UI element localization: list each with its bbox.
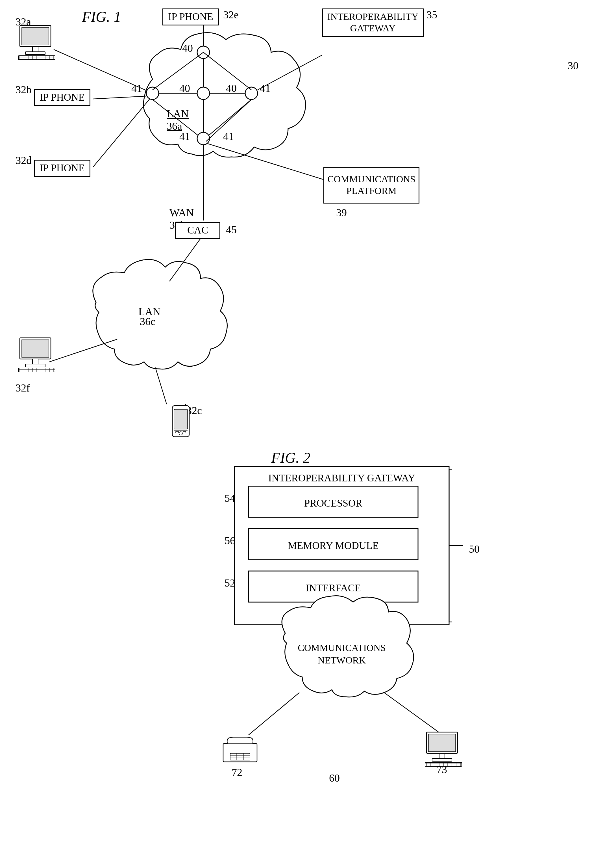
label-35: 35	[426, 9, 437, 21]
wan-37b-text: WAN	[169, 207, 194, 219]
node-left	[146, 87, 159, 100]
svg-rect-71	[428, 734, 456, 752]
svg-rect-65	[230, 753, 250, 760]
label-40-ur: 40	[226, 82, 237, 94]
label-41-ul: 41	[131, 82, 142, 94]
node-top	[197, 46, 209, 59]
svg-line-17	[50, 339, 117, 362]
svg-rect-61	[183, 431, 186, 433]
fig2-interface-text: INTERFACE	[249, 573, 418, 604]
svg-line-13	[93, 99, 150, 167]
label-32e: 32e	[223, 9, 239, 21]
label-72: 72	[232, 766, 242, 778]
fig2-processor-text: PROCESSOR	[249, 488, 418, 519]
fig2-title: FIG. 2	[271, 449, 310, 466]
label-54: 54	[224, 492, 235, 504]
telephone-72	[222, 735, 258, 767]
svg-rect-60	[176, 431, 179, 433]
node-bottom	[197, 132, 209, 145]
computer-32a	[15, 24, 58, 62]
svg-rect-73	[432, 758, 452, 761]
box-ip-phone-32e: IP PHONE	[163, 9, 219, 26]
fig2-gateway-title: INTEROPERABILITY GATEWAY	[234, 469, 449, 484]
svg-line-12	[93, 96, 146, 99]
label-32d: 32d	[15, 154, 32, 166]
svg-rect-43	[33, 359, 38, 364]
label-41-r: 41	[260, 82, 271, 94]
fig2-comm-network-text: COMMUNICATIONS NETWORK	[282, 642, 401, 666]
box-ip-phone-32d: IP PHONE	[34, 160, 90, 177]
label-30: 30	[568, 59, 578, 72]
label-32b: 32b	[15, 83, 32, 96]
fig1-title: FIG. 1	[82, 9, 121, 25]
lan-36a-text: LAN	[167, 108, 189, 119]
box-interoperability-gateway: INTEROPERABILITY GATEWAY	[322, 9, 424, 37]
svg-rect-42	[22, 340, 49, 357]
node-center	[197, 87, 209, 100]
label-41-br: 41	[223, 130, 234, 142]
label-56: 56	[224, 534, 235, 547]
svg-line-11	[208, 144, 324, 180]
label-36c: 36c	[140, 315, 155, 328]
label-60: 60	[329, 772, 340, 784]
page: FIG. 1 30 32a IP PHONE	[0, 0, 616, 852]
computer-32f	[15, 336, 58, 374]
svg-line-16	[169, 235, 203, 281]
label-39: 39	[336, 206, 347, 219]
box-ip-phone-32b: IP PHONE	[34, 89, 90, 106]
label-36a-text: 36a	[167, 120, 182, 132]
label-52: 52	[224, 577, 235, 589]
svg-line-21	[384, 693, 441, 734]
mobile-phone-32c	[169, 404, 192, 442]
svg-rect-72	[439, 753, 445, 758]
box-communications-platform: COMMUNICATIONS PLATFORM	[324, 167, 419, 204]
label-50: 50	[469, 543, 480, 555]
svg-rect-28	[33, 47, 38, 52]
fig2-memory-text: MEMORY MODULE	[249, 530, 418, 561]
label-40-top: 40	[182, 42, 193, 54]
computer-73	[422, 731, 465, 769]
label-lan-36a: LAN 36a	[167, 107, 189, 132]
node-right-center	[245, 87, 258, 100]
label-40-center: 40	[179, 82, 190, 94]
svg-line-20	[249, 693, 300, 735]
svg-line-1	[152, 52, 203, 90]
svg-rect-44	[26, 364, 45, 367]
svg-rect-57	[174, 409, 188, 429]
label-32f: 32f	[15, 382, 30, 394]
svg-rect-29	[26, 52, 45, 54]
svg-point-59	[179, 432, 182, 435]
label-45: 45	[226, 223, 237, 236]
svg-line-18	[155, 367, 167, 404]
box-cac: CAC	[175, 222, 220, 239]
diagram-lines	[0, 0, 616, 852]
svg-rect-27	[22, 27, 49, 45]
